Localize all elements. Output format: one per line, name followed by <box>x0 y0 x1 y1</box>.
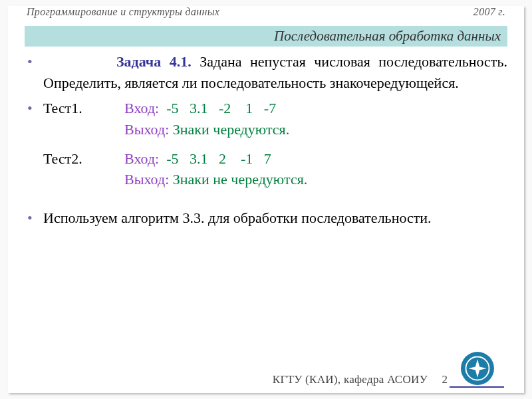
airplane-logo-icon <box>461 352 494 385</box>
slide: Программирование и структуры данных 2007… <box>8 6 524 393</box>
test1-label: Тест1. <box>43 98 124 140</box>
footer: КГТУ (КАИ), кафедра АСОИУ 2 <box>25 360 507 386</box>
test2-io: Вход: -5 3.1 2 -1 7 Выход: Знаки не чере… <box>124 148 507 191</box>
problem-heading: Задача 4.1. <box>116 53 192 70</box>
title-bar: Последовательная обработка данных <box>25 26 507 47</box>
test2-label: Тест2. <box>43 148 124 191</box>
algo-note-bullet: Используем алгоритм 3.3. для обработки п… <box>25 207 507 229</box>
header-left: Программирование и структуры данных <box>27 6 219 18</box>
test2-out-label: Выход: <box>124 171 169 188</box>
test1-bullet: Тест1. Вход: -5 3.1 -2 1 -7 Выход: Знаки… <box>25 98 507 191</box>
header: Программирование и структуры данных 2007… <box>27 6 505 18</box>
test1-in-value: -5 3.1 -2 1 -7 <box>159 100 276 116</box>
problem-text: Задача 4.1. Задана непустая числовая пос… <box>43 51 507 94</box>
test2-in-value: -5 3.1 2 -1 7 <box>159 150 271 167</box>
test1-out-value: Знаки чередуются. <box>169 121 289 138</box>
test2-in-label: Вход: <box>124 150 159 167</box>
footer-org: КГТУ (КАИ), кафедра АСОИУ <box>273 373 428 386</box>
footer-rule <box>450 386 504 388</box>
problem-body: Задана непустая числовая последовательно… <box>43 53 507 91</box>
test1-io: Вход: -5 3.1 -2 1 -7 Выход: Знаки череду… <box>124 98 507 140</box>
problem-bullet: Задача 4.1. Задана непустая числовая пос… <box>25 51 507 94</box>
page-number: 2 <box>442 373 448 386</box>
test2-out-value: Знаки не чередуются. <box>169 171 307 188</box>
test1-in-label: Вход: <box>124 100 159 116</box>
content: Задача 4.1. Задана непустая числовая пос… <box>25 51 507 353</box>
test1-out-label: Выход: <box>124 121 169 138</box>
header-right: 2007 г. <box>473 6 505 18</box>
